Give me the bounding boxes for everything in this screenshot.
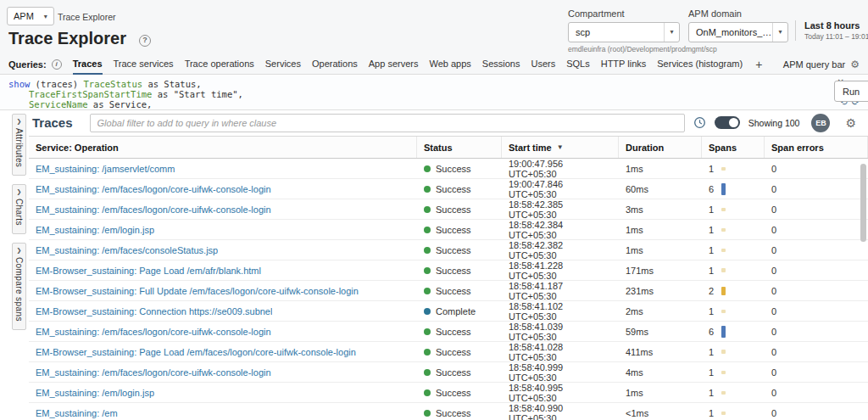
spans-cell: 1 <box>702 383 765 402</box>
spans-cell: 1 <box>702 260 765 280</box>
apm-query-bar-label: APM query bar <box>783 59 845 70</box>
scrollbar-thumb[interactable] <box>860 164 866 242</box>
tab-services-histogram[interactable]: Services (histogram) <box>657 53 743 75</box>
apm-service-dropdown[interactable]: APM ▾ <box>7 7 54 25</box>
status-dot <box>424 410 431 417</box>
status-label: Success <box>436 388 471 398</box>
chevron-right-icon: ❯ <box>17 247 22 254</box>
side-tab-attributes[interactable]: ❯Attributes <box>12 114 26 176</box>
tab-operations[interactable]: Operations <box>312 53 358 75</box>
info-icon[interactable]: i <box>52 59 62 70</box>
column-header-span-errors[interactable]: Span errors <box>765 137 868 158</box>
table-row: EM_sustaining: /em/faces/consoleStatus.j… <box>29 240 868 260</box>
tab-sqls[interactable]: SQLs <box>566 53 590 75</box>
span-errors-cell: 0 <box>765 159 868 178</box>
trace-link[interactable]: EM_sustaining: /em/faces/consoleStatus.j… <box>36 245 218 255</box>
trace-link[interactable]: EM_sustaining: /jamservlet/comm <box>36 164 175 174</box>
tab-web-apps[interactable]: Web apps <box>429 53 470 75</box>
duration-cell: 3ms <box>619 199 702 219</box>
span-errors-cell: 0 <box>765 342 868 361</box>
trace-link[interactable]: EM-Browser_sustaining: Full Update /em/f… <box>36 286 359 296</box>
column-header-service-operation[interactable]: Service: Operation <box>29 137 417 158</box>
breadcrumb[interactable]: Trace Explorer <box>58 12 115 22</box>
status-dot <box>424 206 431 213</box>
avatar[interactable]: EB <box>811 114 830 132</box>
span-histogram-bar <box>721 183 726 195</box>
table-row: EM_sustaining: /em/faces/logon/core-uifw… <box>29 322 868 342</box>
table-settings-gear-icon[interactable]: ⚙ <box>845 116 856 130</box>
trace-link[interactable]: EM-Browser_sustaining: Page Load /em/fac… <box>36 347 356 357</box>
tab-services[interactable]: Services <box>265 53 301 75</box>
column-header-spans[interactable]: Spans <box>702 137 765 158</box>
column-header-start-time[interactable]: Start time▼ <box>502 137 619 158</box>
trace-link[interactable]: EM_sustaining: /em/faces/logon/core-uifw… <box>36 327 271 337</box>
compartment-label: Compartment <box>568 8 680 19</box>
status-label: Success <box>436 245 471 255</box>
trace-link[interactable]: EM_sustaining: /em/faces/logon/core-uifw… <box>36 184 271 194</box>
span-histogram-bar <box>721 391 726 395</box>
status-label: Success <box>436 266 471 276</box>
spans-cell: 1 <box>702 301 765 321</box>
query-editor[interactable]: show (traces) TraceStatus as Status,Trac… <box>0 76 868 110</box>
apm-domain-select[interactable]: OnM_monitors_EM ▾ <box>688 22 788 42</box>
apm-query-bar-control[interactable]: APM query bar ⚙ <box>783 59 860 70</box>
table-header-row: Service: OperationStatusStart time▼Durat… <box>29 137 868 159</box>
side-tab-charts[interactable]: ❯Charts <box>12 184 26 234</box>
status-label: Success <box>436 225 471 235</box>
side-tab-compare-spans[interactable]: ❯Compare spans <box>12 243 26 330</box>
duration-cell: <1ms <box>619 403 702 420</box>
side-tab-label: Compare spans <box>14 257 24 322</box>
table-row: EM_sustaining: /emSuccess18:58:40.990 UT… <box>29 403 868 420</box>
apm-domain-label: APM domain <box>688 8 788 19</box>
run-button[interactable]: Run <box>834 81 868 102</box>
tab-http-links[interactable]: HTTP links <box>601 53 647 75</box>
tab-users[interactable]: Users <box>531 53 555 75</box>
refresh-period-icon[interactable] <box>693 116 706 129</box>
time-range-picker[interactable]: Last 8 hours Today 11:01 – 19:01 UTC+05:… <box>795 20 868 41</box>
duration-cell: 60ms <box>619 179 702 199</box>
tab-trace-services[interactable]: Trace services <box>114 53 174 75</box>
table-row: EM_sustaining: /em/login.jspSuccess18:58… <box>29 220 868 240</box>
span-histogram-bar <box>721 228 726 232</box>
span-histogram-bar <box>721 287 726 295</box>
spans-cell: 1 <box>702 240 765 260</box>
compartment-select[interactable]: scp ▾ <box>568 22 680 42</box>
tab-app-servers[interactable]: App servers <box>369 53 419 75</box>
column-header-duration[interactable]: Duration <box>619 137 702 158</box>
table-row: EM-Browser_sustaining: Page Load /em/afr… <box>29 260 868 281</box>
trace-link[interactable]: EM_sustaining: /em/login.jsp <box>36 225 154 235</box>
duration-cell: 1ms <box>619 220 702 239</box>
trace-link[interactable]: EM-Browser_sustaining: Connection https:… <box>36 306 272 316</box>
tab-sessions[interactable]: Sessions <box>482 53 520 75</box>
status-label: Success <box>436 204 471 215</box>
span-errors-cell: 0 <box>765 403 868 420</box>
trace-link[interactable]: EM_sustaining: /em/faces/logon/core-uifw… <box>36 367 271 378</box>
span-histogram-bar <box>721 371 726 374</box>
column-header-status[interactable]: Status <box>417 137 502 158</box>
start-time-cell: 18:58:41.102 UTC+05:30 <box>502 301 619 321</box>
tab-traces[interactable]: Traces <box>73 53 103 75</box>
duration-cell: 171ms <box>619 260 702 280</box>
help-icon[interactable]: ? <box>139 35 151 47</box>
status-cell: Success <box>417 240 502 260</box>
status-cell: Success <box>417 403 502 420</box>
vertical-scrollbar[interactable] <box>860 162 866 417</box>
auto-refresh-toggle[interactable] <box>715 116 740 129</box>
tab-trace-operations[interactable]: Trace operations <box>185 53 254 75</box>
duration-cell: 4ms <box>619 362 702 382</box>
trace-explorer-app: APM ▾ Trace Explorer Trace Explorer ? Co… <box>0 0 868 420</box>
span-errors-cell: 0 <box>765 179 868 199</box>
trace-link[interactable]: EM_sustaining: /em <box>36 408 118 418</box>
gear-icon[interactable]: ⚙ <box>850 59 860 70</box>
trace-link[interactable]: EM_sustaining: /em/login.jsp <box>36 388 154 398</box>
query-text[interactable]: show (traces) TraceStatus as Status,Trac… <box>8 79 868 109</box>
table-row: EM-Browser_sustaining: Full Update /em/f… <box>29 281 868 301</box>
add-query-tab-button[interactable]: + <box>755 58 762 71</box>
trace-link[interactable]: EM_sustaining: /em/faces/logon/core-uifw… <box>36 204 271 215</box>
span-errors-cell: 0 <box>765 301 868 321</box>
status-dot <box>424 247 431 254</box>
trace-link[interactable]: EM-Browser_sustaining: Page Load /em/afr… <box>36 266 261 276</box>
span-errors-cell: 0 <box>765 383 868 402</box>
global-filter-input[interactable] <box>90 114 685 132</box>
span-histogram-bar <box>721 310 726 313</box>
